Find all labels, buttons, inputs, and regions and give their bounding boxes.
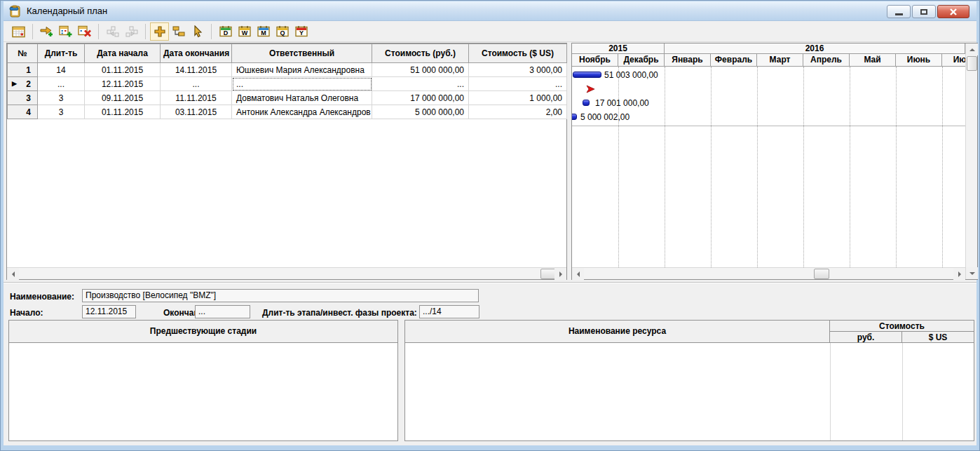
column-divider	[902, 343, 903, 440]
start-field[interactable]: 12.11.2015	[82, 305, 136, 318]
cell-start-date[interactable]: 12.11.2015	[85, 77, 161, 91]
column-header-responsible: Ответственный	[232, 44, 372, 63]
row-selector[interactable]: 1	[8, 63, 38, 77]
table-row-current: ▶ 2 ... 12.11.2015 ... ... ... ...	[8, 77, 567, 91]
cell-responsible-focused[interactable]: ...	[232, 77, 372, 91]
cell-duration[interactable]: 3	[38, 105, 85, 119]
toolbar-add-stage-button[interactable]	[37, 22, 56, 41]
toolbar-view-year-button[interactable]: Y	[292, 22, 311, 41]
current-row-marker-icon: ▶	[12, 80, 17, 87]
resources-body[interactable]	[404, 343, 974, 441]
cell-end-date[interactable]: 14.11.2015	[161, 63, 232, 77]
scroll-down-button[interactable]	[966, 267, 978, 279]
gantt-h-scroll-thumb[interactable]	[814, 269, 829, 279]
details-panel: Наименование: Производство [Велосипед "B…	[4, 283, 976, 445]
name-field[interactable]: Производство [Велосипед "BMZ"]	[82, 289, 479, 302]
cell-end-date[interactable]: 11.11.2015	[161, 91, 232, 105]
toolbar-delete-stage-button[interactable]	[75, 22, 94, 41]
end-field[interactable]: ...	[195, 305, 250, 318]
toolbar-add-mode-button[interactable]	[150, 22, 169, 41]
toolbar-view-quarter-button[interactable]: Q	[273, 22, 292, 41]
row-selector[interactable]: 4	[8, 105, 38, 119]
app-window: Календарный план	[0, 0, 980, 451]
cell-cost-usd[interactable]: ...	[469, 77, 567, 91]
window-controls	[887, 5, 969, 18]
cell-duration[interactable]: 3	[38, 91, 85, 105]
duration-label: Длит-ть этапа/инвест. фазы проекта:	[262, 307, 417, 319]
link-stages-icon	[172, 25, 185, 38]
cost-rub-header: руб.	[829, 331, 902, 343]
cell-cost-usd[interactable]: 2,00	[469, 105, 567, 119]
name-label: Наименование:	[10, 290, 74, 303]
toolbar-select-mode-button[interactable]	[188, 22, 207, 41]
gantt-v-scrollbar[interactable]	[965, 43, 977, 279]
add-table-icon	[59, 25, 73, 38]
toolbar-collapse-links-button[interactable]	[103, 22, 122, 41]
toolbar-link-stages-button[interactable]	[169, 22, 188, 41]
cell-cost-rub[interactable]: 5 000 000,00	[372, 105, 469, 119]
cell-duration[interactable]: 14	[38, 63, 85, 77]
gantt-bar[interactable]	[572, 114, 577, 120]
cell-cost-usd[interactable]: 3 000,00	[469, 63, 567, 77]
minimize-button[interactable]	[887, 5, 911, 18]
gantt-pane: 2015 2016 Ноябрь Декабрь Январь Февраль …	[571, 43, 978, 280]
row-selector[interactable]: ▶ 2	[8, 77, 38, 91]
toolbar-separator	[32, 24, 33, 39]
scroll-right-icon	[559, 271, 565, 277]
table-h-scrollbar[interactable]	[7, 267, 566, 279]
cell-cost-rub[interactable]: 51 000 000,00	[372, 63, 469, 77]
column-header-end-date: Дата окончания	[161, 44, 232, 63]
header-row: № Длит-ть Дата начала Дата окончания Отв…	[8, 44, 567, 63]
window-title: Календарный план	[27, 6, 107, 16]
toolbar-view-day-button[interactable]: D	[216, 22, 235, 41]
table-h-scroll-thumb[interactable]	[540, 269, 556, 279]
cell-cost-usd[interactable]: 1 000,00	[469, 91, 567, 105]
column-header-num: №	[8, 44, 38, 63]
toolbar-view-month-button[interactable]: M	[254, 22, 273, 41]
toolbar-separator	[98, 24, 99, 39]
column-divider	[830, 343, 831, 440]
row-selector[interactable]: 3	[8, 91, 38, 105]
cell-cost-rub[interactable]: ...	[372, 77, 469, 91]
milestone-flag-icon[interactable]	[586, 85, 595, 93]
delete-stage-icon	[78, 25, 92, 38]
gantt-bar[interactable]	[583, 100, 590, 106]
close-button[interactable]	[937, 5, 969, 18]
scroll-right-button[interactable]	[554, 268, 566, 280]
duration-field[interactable]: .../14	[419, 305, 479, 318]
cell-start-date[interactable]: 01.11.2015	[85, 63, 161, 77]
app-icon	[9, 5, 22, 18]
scroll-down-icon	[969, 272, 975, 278]
cell-responsible[interactable]: Юшкевич Мария Александровна	[232, 63, 372, 77]
gantt-h-scrollbar[interactable]	[572, 267, 965, 279]
toolbar-expand-links-button[interactable]	[122, 22, 141, 41]
scroll-up-button[interactable]	[966, 43, 978, 55]
predecessors-body[interactable]	[8, 343, 398, 441]
toolbar-calendar-button[interactable]	[9, 22, 28, 41]
cell-start-date[interactable]: 01.11.2015	[85, 105, 161, 119]
scroll-right-button[interactable]	[953, 268, 965, 280]
cell-cost-rub[interactable]: 17 000 000,00	[372, 91, 469, 105]
cell-duration[interactable]: ...	[38, 77, 85, 91]
cell-end-date[interactable]: ...	[161, 77, 232, 91]
cell-responsible[interactable]: Довматович Наталья Олеговна	[232, 91, 372, 105]
toolbar-add-table-button[interactable]	[56, 22, 75, 41]
cell-responsible[interactable]: Антоник Александра Александров	[232, 105, 372, 119]
predecessors-table: Предшествующие стадии	[8, 320, 398, 441]
scroll-left-icon	[574, 271, 580, 277]
scroll-left-button[interactable]	[572, 268, 584, 280]
collapse-links-icon	[107, 26, 119, 37]
gantt-bar-label: 51 003 000,00	[604, 68, 658, 82]
scroll-left-button[interactable]	[7, 268, 19, 280]
gantt-bar[interactable]	[573, 72, 601, 78]
toolbar-view-week-button[interactable]: W	[235, 22, 254, 41]
cell-end-date[interactable]: 03.11.2015	[161, 105, 232, 119]
gantt-month: Июль	[942, 54, 965, 67]
gantt-row: 17 001 000,00	[572, 96, 965, 110]
gantt-month: Январь	[665, 54, 711, 67]
scroll-right-icon	[958, 271, 964, 277]
cost-usd-header: $ US	[901, 331, 974, 343]
cell-start-date[interactable]: 09.11.2015	[85, 91, 161, 105]
maximize-button[interactable]	[912, 5, 936, 18]
gantt-v-scroll-thumb[interactable]	[967, 56, 977, 71]
